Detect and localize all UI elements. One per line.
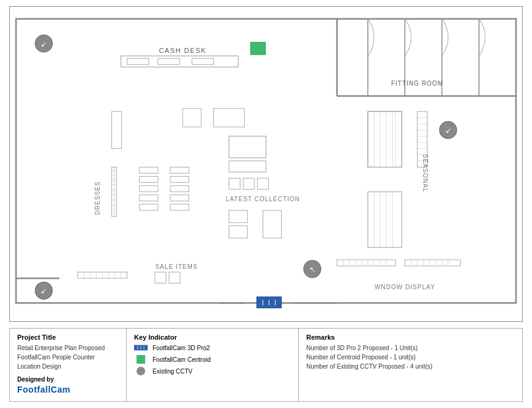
floor-plan: FITTING ROOM CASH DESK ↙ ↙ ↙	[9, 6, 523, 322]
3dpro2-icon	[134, 343, 148, 352]
svg-rect-11	[127, 58, 149, 65]
svg-rect-52	[243, 178, 254, 190]
svg-rect-58	[213, 108, 244, 127]
svg-text:↙: ↙	[445, 126, 451, 135]
svg-text:↙: ↙	[41, 287, 47, 295]
svg-rect-41	[140, 195, 158, 201]
svg-rect-55	[229, 210, 247, 223]
svg-text:FITTING ROOM: FITTING ROOM	[391, 80, 443, 87]
svg-rect-39	[140, 177, 158, 183]
key-item-3dpro2: FootfallCam 3D Pro2	[134, 343, 291, 352]
svg-text:CASH DESK: CASH DESK	[159, 47, 206, 54]
project-section: Project Title Retail Enterprise Plan Pro…	[10, 329, 127, 401]
key-item-cctv: Existing CCTV	[134, 367, 291, 375]
svg-text:DRESSES: DRESSES	[94, 181, 101, 215]
svg-rect-59	[183, 108, 201, 127]
key-label-cctv: Existing CCTV	[153, 368, 193, 375]
svg-rect-67	[368, 111, 402, 167]
svg-rect-113	[169, 272, 180, 283]
svg-rect-57	[263, 210, 281, 238]
key-indicator-section: Key Indicator FootfallCam 3D Pro2	[127, 329, 299, 401]
key-label-3dpro2: FootfallCam 3D Pro2	[153, 345, 210, 351]
svg-rect-40	[140, 186, 158, 192]
svg-rect-14	[250, 42, 265, 55]
key-label-centroid: FootfallCam Centroid	[153, 356, 210, 363]
svg-rect-46	[170, 195, 189, 201]
key-indicator-title: Key Indicator	[134, 334, 291, 341]
svg-rect-43	[170, 167, 189, 174]
page-wrapper: FITTING ROOM CASH DESK ↙ ↙ ↙	[0, 0, 532, 408]
svg-text:SALE ITEMS: SALE ITEMS	[155, 263, 197, 270]
svg-rect-49	[229, 136, 266, 158]
remarks-title: Remarks	[306, 334, 515, 341]
svg-rect-51	[229, 178, 240, 190]
project-title-label: Project Title	[17, 334, 119, 341]
svg-rect-44	[170, 177, 189, 183]
svg-rect-53	[257, 178, 268, 190]
svg-rect-13	[192, 58, 213, 65]
svg-rect-38	[140, 167, 158, 174]
remark-line-3: Number of Existing CCTV Proposed - 4 uni…	[306, 362, 515, 371]
remark-line-1: Number of 3D Pro 2 Proposed - 1 Unit(s)	[306, 343, 515, 353]
svg-rect-112	[155, 272, 166, 283]
svg-rect-78	[368, 192, 402, 247]
svg-rect-56	[229, 226, 247, 238]
remark-line-2: Number of Centroid Proposed - 1 unit(s)	[306, 353, 515, 362]
svg-rect-83	[337, 260, 395, 266]
svg-rect-50	[229, 161, 266, 172]
svg-rect-61	[368, 111, 402, 167]
key-item-centroid: FootfallCam Centroid	[134, 355, 291, 364]
cctv-icon	[134, 367, 148, 375]
svg-text:SEASONAL: SEASONAL	[422, 154, 429, 193]
svg-rect-60	[112, 111, 122, 148]
project-title-value: Retail Enterprise Plan Proposed Footfall…	[17, 343, 119, 371]
svg-point-119	[137, 367, 145, 375]
centroid-icon	[134, 355, 148, 364]
designed-by-label: Designed by	[17, 376, 119, 383]
svg-rect-92	[405, 260, 460, 266]
svg-rect-45	[170, 186, 189, 192]
remarks-section: Remarks Number of 3D Pro 2 Proposed - 1 …	[299, 329, 522, 401]
svg-text:↖: ↖	[309, 265, 316, 274]
svg-rect-118	[137, 355, 145, 364]
svg-rect-42	[140, 204, 158, 210]
svg-rect-12	[158, 58, 180, 65]
info-panel: Project Title Retail Enterprise Plan Pro…	[9, 328, 523, 402]
svg-text:LATEST COLLECTION: LATEST COLLECTION	[226, 196, 300, 202]
footfallcam-logo: FootfallCam	[17, 385, 119, 394]
svg-text:↙: ↙	[41, 40, 47, 49]
svg-text:WNDOW DISPLAY: WNDOW DISPLAY	[375, 284, 435, 290]
svg-rect-47	[170, 204, 189, 210]
